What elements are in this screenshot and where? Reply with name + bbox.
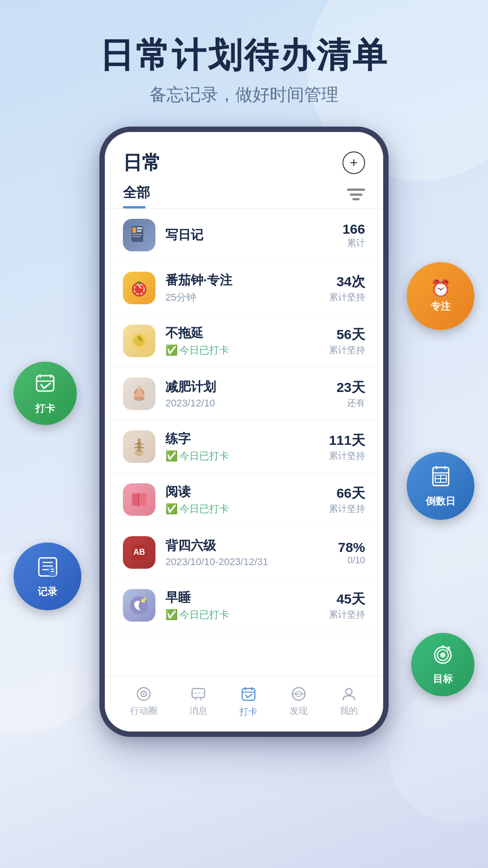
svg-point-33: [141, 599, 145, 603]
badge-focus[interactable]: ⏰ 专注: [407, 262, 474, 330]
svg-point-21: [137, 386, 141, 390]
task-sub-procr: ✅今日已打卡: [165, 344, 319, 357]
focus-icon: ⏰: [431, 279, 451, 298]
svg-rect-2: [352, 198, 360, 200]
task-stat-reading: 66天 累计坚持: [329, 484, 365, 515]
task-name-english: 背四六级: [165, 537, 328, 554]
svg-rect-8: [132, 236, 141, 237]
task-item[interactable]: 早睡 ✅今日已打卡 45天 累计坚持: [105, 579, 383, 632]
task-icon-english: AB: [123, 536, 155, 569]
nav-label-discover: 发现: [290, 705, 308, 717]
task-info-sleep: 早睡 ✅今日已打卡: [165, 589, 319, 622]
task-info-diary: 写日记: [165, 226, 333, 244]
filter-icon[interactable]: [347, 188, 365, 204]
checkin-icon: [33, 371, 58, 400]
task-info-reading: 阅读 ✅今日已打卡: [165, 483, 319, 516]
task-name-calligraphy: 练字: [165, 430, 319, 448]
badge-target[interactable]: 目标: [411, 633, 474, 696]
svg-rect-6: [137, 230, 141, 232]
task-sub-english: 2023/10/10-2023/12/31: [165, 556, 328, 568]
svg-point-19: [138, 337, 140, 339]
nav-checkin[interactable]: 打卡: [239, 685, 258, 718]
main-title: 日常计划待办清单: [0, 36, 488, 74]
svg-point-69: [440, 652, 446, 658]
tab-bar: 全部: [105, 175, 383, 209]
task-name-diary: 写日记: [165, 226, 333, 244]
task-sub-tomato: 25分钟: [165, 291, 319, 304]
sub-title: 备忘记录，做好时间管理: [0, 83, 488, 106]
task-name-tomato: 番茄钟·专注: [165, 272, 319, 289]
task-stat-calligraphy: 111天 累计坚持: [329, 431, 365, 462]
checkin-label: 打卡: [35, 402, 55, 415]
record-label: 记录: [38, 585, 57, 599]
task-icon-calligraphy: [123, 430, 155, 463]
task-info-tomato: 番茄钟·专注 25分钟: [165, 272, 319, 304]
task-item[interactable]: 番茄钟·专注 25分钟 34次 累计坚持: [105, 262, 383, 315]
svg-rect-49: [37, 376, 54, 391]
countdown-icon: [428, 464, 453, 493]
nav-profile[interactable]: 我的: [340, 686, 358, 717]
task-item[interactable]: 减肥计划 2023/12/10 23天 还有: [105, 368, 383, 420]
task-stat-english: 78% 0/10: [338, 540, 365, 566]
task-item[interactable]: 阅读 ✅今日已打卡 66天 累计坚持: [105, 473, 383, 526]
nav-action[interactable]: 行动圈: [130, 686, 157, 717]
task-icon-reading: [123, 483, 155, 516]
task-sub-reading: ✅今日已打卡: [165, 502, 319, 516]
task-name-weight: 减肥计划: [165, 378, 327, 396]
svg-rect-0: [347, 189, 365, 191]
task-stat-sleep: 45天 累计坚持: [329, 590, 365, 621]
task-icon-weight: [123, 377, 155, 410]
svg-point-48: [346, 689, 352, 695]
nav-label-action: 行动圈: [130, 705, 157, 717]
svg-rect-27: [132, 494, 139, 505]
task-info-procr: 不拖延 ✅今日已打卡: [165, 325, 319, 357]
app-title: 日常: [123, 150, 161, 175]
svg-point-37: [143, 693, 145, 695]
svg-rect-5: [137, 227, 142, 229]
task-stat-tomato: 34次 累计坚持: [329, 273, 365, 303]
task-stat-diary: 166 累计: [343, 222, 365, 249]
nav-label-profile: 我的: [340, 705, 358, 717]
svg-rect-4: [132, 227, 136, 233]
task-name-procr: 不拖延: [165, 325, 319, 342]
target-label: 目标: [433, 672, 453, 686]
focus-label: 专注: [431, 300, 450, 313]
nav-message[interactable]: 消息: [189, 686, 207, 717]
task-icon-diary: [123, 219, 155, 251]
task-stat-procr: 56天 累计坚持: [329, 326, 365, 356]
task-item[interactable]: 写日记 166 累计: [105, 209, 383, 262]
bottom-nav: 行动圈 消息: [105, 675, 383, 731]
task-info-calligraphy: 练字 ✅今日已打卡: [165, 430, 319, 463]
nav-label-message: 消息: [189, 705, 207, 717]
task-info-weight: 减肥计划 2023/12/10: [165, 378, 327, 409]
task-info-english: 背四六级 2023/10/10-2023/12/31: [165, 537, 328, 568]
countdown-label: 倒数日: [426, 495, 455, 508]
add-button[interactable]: +: [343, 151, 365, 174]
badge-checkin[interactable]: 打卡: [14, 362, 77, 425]
task-icon-sleep: [123, 589, 155, 622]
task-icon-tomato: [123, 272, 155, 304]
task-sub-weight: 2023/12/10: [165, 397, 327, 409]
app-header: 日常 +: [105, 132, 383, 175]
svg-point-34: [144, 598, 146, 600]
task-stat-weight: 23天 还有: [337, 378, 365, 409]
record-icon: [35, 554, 60, 583]
phone-mockup: 日常 + 全部: [99, 127, 389, 737]
task-item[interactable]: 练字 ✅今日已打卡 111天 累计坚持: [105, 420, 383, 473]
nav-discover[interactable]: 发现: [290, 686, 308, 717]
task-item[interactable]: AB 背四六级 2023/10/10-2023/12/31 78% 0/10: [105, 526, 383, 579]
task-list: 写日记 166 累计: [105, 209, 383, 675]
tab-all[interactable]: 全部: [123, 184, 150, 208]
nav-label-checkin: 打卡: [239, 706, 258, 718]
svg-rect-1: [350, 193, 362, 196]
task-name-sleep: 早睡: [165, 589, 319, 606]
task-name-reading: 阅读: [165, 483, 319, 500]
task-item[interactable]: 不拖延 ✅今日已打卡 56天 累计坚持: [105, 315, 383, 368]
task-sub-calligraphy: ✅今日已打卡: [165, 449, 319, 463]
badge-record[interactable]: 记录: [14, 542, 81, 610]
badge-countdown[interactable]: 倒数日: [407, 452, 474, 520]
svg-rect-28: [140, 494, 146, 505]
target-icon: [432, 644, 454, 670]
svg-text:AB: AB: [133, 547, 145, 557]
svg-rect-7: [132, 234, 142, 235]
